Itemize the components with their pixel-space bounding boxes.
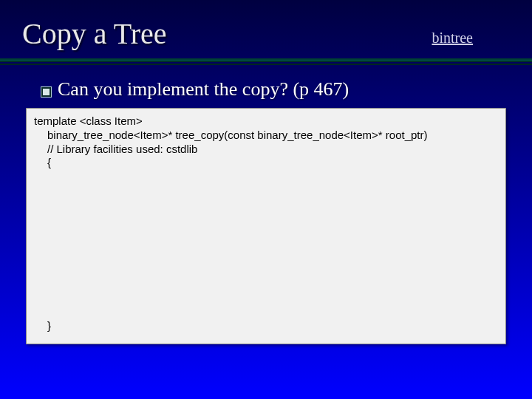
body-area: Can you implement the copy? (p 467) (0, 65, 532, 100)
code-line: { (34, 156, 498, 170)
square-bullet-icon (41, 86, 52, 98)
code-close-brace: } (47, 319, 51, 333)
code-line: binary_tree_node<Item>* tree_copy(const … (34, 129, 498, 143)
title-area: Copy a Tree bintree (0, 0, 532, 58)
code-line: template <class Item> (34, 115, 498, 129)
code-box: template <class Item> binary_tree_node<I… (26, 108, 506, 344)
bullet-text: Can you implement the copy? (p 467) (58, 78, 349, 100)
code-line: // Library facilities used: cstdlib (34, 143, 498, 157)
slide-title: Copy a Tree (22, 16, 167, 51)
bullet-item: Can you implement the copy? (p 467) (41, 78, 502, 100)
title-underline (0, 58, 532, 65)
bintree-link[interactable]: bintree (432, 30, 473, 47)
